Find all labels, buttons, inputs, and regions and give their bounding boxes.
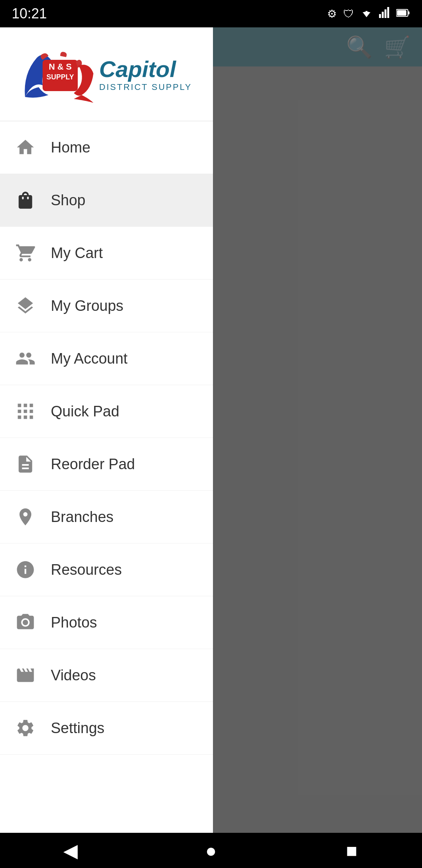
menu-item-photos[interactable]: Photos [0, 596, 213, 649]
menu-quickpad-label: Quick Pad [51, 403, 119, 420]
navigation-drawer: N & S SUPPLY Capitol DISTRICT SUPPLY [0, 27, 213, 833]
cart-menu-icon [12, 239, 39, 267]
signal-icon [379, 7, 390, 21]
nav-bar: ◀ ● ■ [0, 833, 422, 868]
wifi-icon [360, 7, 373, 21]
svg-text:SUPPLY: SUPPLY [46, 73, 74, 81]
capitol-logo: Capitol DISTRICT SUPPLY [99, 56, 192, 92]
menu-item-videos[interactable]: Videos [0, 649, 213, 702]
menu-item-my-cart[interactable]: My Cart [0, 227, 213, 280]
svg-rect-4 [382, 12, 384, 18]
menu-list: Home Shop My Cart [0, 121, 213, 833]
status-bar: 10:21 ⚙ 🛡 [0, 0, 422, 27]
gear-icon [12, 714, 39, 742]
camera-icon [12, 609, 39, 636]
menu-item-shop[interactable]: Shop [0, 174, 213, 227]
people-icon [12, 345, 39, 372]
status-icons: ⚙ 🛡 [327, 7, 410, 21]
district-text: DISTRICT SUPPLY [99, 82, 192, 92]
menu-item-my-account[interactable]: My Account [0, 332, 213, 385]
menu-item-reorder-pad[interactable]: Reorder Pad [0, 438, 213, 491]
info-icon [12, 556, 39, 583]
logo-area: N & S SUPPLY Capitol DISTRICT SUPPLY [0, 27, 213, 121]
menu-settings-label: Settings [51, 720, 104, 737]
shop-icon [12, 187, 39, 214]
svg-rect-5 [384, 9, 386, 18]
menu-branches-label: Branches [51, 509, 114, 525]
grid-icon [12, 398, 39, 425]
menu-photos-label: Photos [51, 614, 97, 631]
battery-icon [396, 7, 410, 20]
menu-item-home[interactable]: Home [0, 121, 213, 174]
svg-rect-8 [408, 11, 409, 14]
svg-rect-3 [379, 14, 381, 18]
back-button[interactable]: ◀ [55, 835, 86, 866]
film-icon [12, 662, 39, 689]
menu-videos-label: Videos [51, 667, 96, 684]
menu-item-my-groups[interactable]: My Groups [0, 280, 213, 332]
shield-status-icon: 🛡 [343, 7, 354, 20]
menu-cart-label: My Cart [51, 245, 103, 262]
svg-rect-6 [387, 7, 389, 18]
status-time: 10:21 [12, 5, 47, 22]
menu-item-settings[interactable]: Settings [0, 702, 213, 755]
location-icon [12, 503, 39, 531]
menu-resources-label: Resources [51, 561, 122, 578]
menu-account-label: My Account [51, 350, 127, 367]
ns-supply-logo: N & S SUPPLY [21, 42, 95, 106]
recent-button[interactable]: ■ [336, 835, 367, 866]
drawer-overlay[interactable] [211, 27, 422, 833]
menu-reorderpad-label: Reorder Pad [51, 456, 135, 473]
menu-groups-label: My Groups [51, 298, 123, 314]
layers-icon [12, 292, 39, 319]
doc-icon [12, 450, 39, 478]
home-icon [12, 134, 39, 161]
menu-home-label: Home [51, 139, 90, 156]
capitol-text: Capitol [99, 56, 176, 82]
svg-text:N & S: N & S [48, 62, 72, 72]
menu-shop-label: Shop [51, 192, 86, 209]
settings-status-icon: ⚙ [327, 7, 337, 20]
home-button[interactable]: ● [195, 835, 227, 866]
menu-item-quick-pad[interactable]: Quick Pad [0, 385, 213, 438]
menu-item-branches[interactable]: Branches [0, 491, 213, 543]
svg-rect-9 [397, 10, 406, 16]
menu-item-resources[interactable]: Resources [0, 543, 213, 596]
